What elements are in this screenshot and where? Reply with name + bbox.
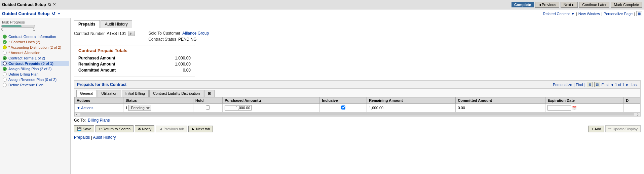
related-content-dropdown[interactable]: ▼ (571, 12, 575, 16)
billing-plans-link[interactable]: Billing Plans (88, 118, 110, 123)
main-layout: Task Progress 0 1 ✓ Contract General Inf… (0, 18, 644, 174)
nav-item[interactable]: ✓ * Contract Lines (2) (1, 39, 69, 45)
cell-inclusive[interactable] (320, 104, 367, 112)
close-icon[interactable]: ✕ (53, 2, 56, 7)
detach-icon[interactable]: ⧉ (48, 2, 51, 7)
notify-button[interactable]: ✉ Notify (135, 125, 154, 132)
purchased-amount-input[interactable] (225, 105, 252, 111)
content-area: Prepaids Audit History Contract Number A… (71, 18, 644, 174)
inner-tab-settings[interactable]: ⊞ (204, 90, 215, 97)
return-to-search-button[interactable]: ↩ Return to Search (96, 125, 134, 132)
prev-page-icon[interactable]: ◄ (610, 83, 614, 87)
next-button[interactable]: Next► (561, 2, 578, 8)
audit-history-bottom-link[interactable]: Audit History (93, 135, 116, 140)
task-progress: Task Progress 0 1 (1, 20, 69, 31)
inner-tab-utilization[interactable]: Utilization (98, 90, 121, 97)
sidebar: Task Progress 0 1 ✓ Contract General Inf… (0, 18, 71, 174)
totals-row-remaining: Remaining Amount 1,000.00 (78, 62, 191, 67)
nav-link[interactable]: Assign Billing Plan (2 of 2) (8, 67, 51, 71)
nav-link[interactable]: Assign Revenue Plan (0 of 2) (8, 78, 56, 82)
return-label: Return to Search (103, 127, 130, 131)
related-content-link[interactable]: Related Content (543, 12, 570, 16)
sold-to-value[interactable]: Alliance Group (182, 31, 209, 36)
totals-title: Contract Prepaid Totals (78, 48, 191, 53)
nav-link[interactable]: * Accounting Distribution (2 of 2) (8, 45, 61, 49)
page-info: 1 of 1 (615, 83, 624, 87)
return-icon: ↩ (99, 127, 102, 131)
hold-checkbox[interactable] (206, 105, 210, 110)
last-page-link[interactable]: Last (631, 83, 638, 87)
cell-hold[interactable] (193, 104, 222, 112)
nav-item[interactable]: ✓ Assign Billing Plan (2 of 2) (1, 66, 69, 72)
nav-link[interactable]: * Amount Allocation (8, 51, 40, 55)
nav-item[interactable]: Define Revenue Plan (1, 82, 69, 88)
scroll-right-arrow[interactable]: › (636, 112, 640, 116)
add-button[interactable]: + Add (588, 126, 604, 132)
next-tab-button[interactable]: ► Next tab (188, 126, 213, 132)
col-expiration-date: Expiration Date (545, 97, 624, 104)
grid-icon[interactable]: ▦ (636, 11, 642, 16)
status-select[interactable]: Pending Active Closed (128, 105, 151, 111)
nav-status-icon (3, 83, 7, 87)
nav-link[interactable]: Define Billing Plan (8, 72, 38, 76)
nav-item[interactable]: ✓ Contract General Information (1, 34, 69, 39)
previous-button[interactable]: ◄Previous (535, 2, 559, 8)
nav-status-icon (3, 61, 7, 66)
inner-tab-contract-liability[interactable]: Contract Liability Distribution (149, 90, 203, 97)
next-page-icon[interactable]: ► (626, 83, 629, 87)
second-bar: Guided Contract Setup ↺ ▼ Related Conten… (0, 9, 644, 18)
continue-later-button[interactable]: Continue Later (579, 2, 609, 8)
nav-item[interactable]: Contract Prepaids (0 of 1) (1, 61, 69, 66)
totals-section: Contract Prepaid Totals Purchased Amount… (74, 45, 195, 77)
nav-status-icon: ✓ (3, 40, 7, 44)
prepaids-section-title: Prepaids for this Contract (77, 82, 126, 87)
tab-prepaids[interactable]: Prepaids (74, 20, 100, 28)
scroll-left-arrow[interactable]: ‹ (75, 112, 79, 116)
cell-d (624, 104, 640, 112)
nav-item[interactable]: Define Billing Plan (1, 72, 69, 77)
col-purchased-amount[interactable]: Purchased Amount▲ (223, 97, 320, 104)
first-page-link[interactable]: First (602, 83, 609, 87)
nav-status-icon (3, 78, 7, 82)
scroll-thumb[interactable] (80, 113, 635, 116)
save-button[interactable]: 💾 Save (74, 125, 94, 132)
update-display-button[interactable]: ✏ Update/Display (605, 125, 641, 132)
personalize-link[interactable]: Personalize (553, 83, 572, 87)
find-link[interactable]: Find (576, 83, 583, 87)
nav-link[interactable]: * Contract Lines (2) (8, 40, 40, 44)
expiration-date-input[interactable] (547, 105, 571, 111)
calendar-icon[interactable]: 📅 (572, 106, 577, 110)
page-title: Guided Contract Setup (2, 11, 50, 16)
nav-link[interactable]: Define Revenue Plan (8, 83, 43, 87)
nav-item[interactable]: ✓ Contract Terms(1 of 2) (1, 55, 69, 61)
new-window-link[interactable]: New Window (578, 12, 600, 16)
cell-expiration-date[interactable]: 📅 (545, 104, 624, 112)
grid-view-icon[interactable]: ⊞ (587, 82, 593, 87)
nav-link[interactable]: Contract Prepaids (0 of 1) (8, 61, 53, 66)
contract-flag-icon[interactable]: 🏳 (128, 31, 135, 36)
nav-item[interactable]: * Amount Allocation (1, 50, 69, 55)
task-progress-label: Task Progress (1, 20, 69, 24)
inner-tab-initial-billing[interactable]: Initial Billing (122, 90, 149, 97)
export-icon[interactable]: ⊡ (594, 82, 600, 87)
mark-complete-button[interactable]: Mark Complete (611, 2, 642, 8)
cell-purchased-amount[interactable] (223, 104, 320, 112)
prev-tab-icon: ◄ (159, 127, 162, 131)
cell-actions[interactable]: ▼ Actions (75, 104, 123, 112)
complete-badge: Complete (512, 2, 534, 7)
tab-audit-history[interactable]: Audit History (101, 20, 132, 28)
inner-tab-general[interactable]: General (76, 90, 97, 97)
nav-item[interactable]: Assign Revenue Plan (0 of 2) (1, 77, 69, 82)
refresh-icon[interactable]: ↺ (52, 11, 55, 16)
nav-link[interactable]: Contract General Information (8, 35, 56, 39)
prepaids-bottom-link[interactable]: Prepaids (74, 135, 90, 140)
inclusive-checkbox[interactable] (341, 105, 345, 110)
settings-dropdown-icon[interactable]: ▼ (58, 12, 61, 15)
add-label: Add (595, 127, 601, 131)
nav-link[interactable]: Contract Terms(1 of 2) (8, 56, 45, 60)
personalize-page-link[interactable]: Personalize Page (604, 12, 633, 16)
horizontal-scrollbar[interactable]: ‹ › (74, 112, 640, 116)
nav-item[interactable]: * Accounting Distribution (2 of 2) (1, 45, 69, 50)
previous-tab-button[interactable]: ◄ Previous tab (156, 126, 187, 132)
col-status: Status (123, 97, 193, 104)
